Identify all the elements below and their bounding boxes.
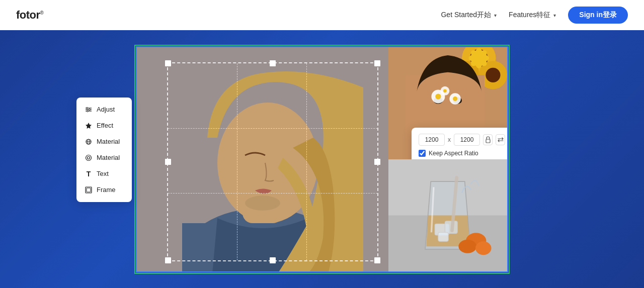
height-input[interactable] <box>454 134 480 146</box>
features-nav[interactable]: Features特征 ▾ <box>509 11 556 20</box>
toolbar-item-material2[interactable]: Material <box>76 150 132 166</box>
toolbar-item-text[interactable]: T Text <box>76 166 132 182</box>
crop-handle-bottom[interactable] <box>270 257 276 263</box>
svg-rect-41 <box>486 139 490 143</box>
crop-overlay <box>167 62 378 261</box>
aspect-ratio-row: Keep Aspect Ratio <box>419 150 505 157</box>
dimension-popup: x <box>412 128 507 159</box>
right-bottom-image[interactable] <box>388 159 507 271</box>
left-image[interactable] <box>137 47 388 271</box>
crop-handle-top-right[interactable] <box>374 60 380 66</box>
svg-point-11 <box>88 156 90 159</box>
effect-label: Effect <box>97 122 113 129</box>
width-input[interactable] <box>419 134 445 146</box>
material2-label: Material <box>97 154 120 161</box>
toolbar-item-material1[interactable]: Material <box>76 134 132 150</box>
signin-button[interactable]: Sign in登录 <box>568 7 628 24</box>
text-icon: T <box>85 170 93 178</box>
svg-rect-13 <box>87 188 91 192</box>
crop-handle-top[interactable] <box>270 60 276 66</box>
left-toolbar: Adjust Effect Material <box>76 98 132 202</box>
svg-rect-46 <box>438 232 448 241</box>
crop-handle-left[interactable] <box>165 159 171 165</box>
svg-point-38 <box>453 97 457 101</box>
svg-point-36 <box>435 93 441 99</box>
crop-handle-bottom-right[interactable] <box>374 257 380 263</box>
left-image-inner <box>137 47 388 271</box>
svg-point-48 <box>458 239 476 253</box>
svg-marker-6 <box>86 123 92 129</box>
svg-point-4 <box>89 109 91 110</box>
dimension-separator: x <box>448 136 451 143</box>
crop-handle-top-left[interactable] <box>165 60 171 66</box>
chevron-down-icon: ▾ <box>553 13 556 18</box>
chevron-down-icon: ▾ <box>494 13 497 18</box>
effect-icon <box>85 122 93 130</box>
frame-icon <box>85 186 93 194</box>
get-started-nav[interactable]: Get Started开始 ▾ <box>441 11 497 20</box>
crop-handle-right[interactable] <box>374 159 380 165</box>
header: fotor® Get Started开始 ▾ Features特征 ▾ Sign… <box>0 0 644 30</box>
material1-icon <box>85 138 93 146</box>
aspect-ratio-label: Keep Aspect Ratio <box>429 150 478 157</box>
svg-point-40 <box>443 89 447 92</box>
text-label: Text <box>97 170 109 177</box>
frame-label: Frame <box>97 186 116 194</box>
toolbar-item-effect[interactable]: Effect <box>76 118 132 134</box>
adjust-icon <box>85 106 93 114</box>
collage: x <box>137 47 507 271</box>
swap-icon[interactable] <box>496 134 505 145</box>
right-column: x <box>388 47 507 271</box>
toolbar-item-frame[interactable]: Frame <box>76 182 132 198</box>
dimension-row: x <box>419 134 505 146</box>
svg-point-3 <box>87 107 88 109</box>
right-top-image[interactable]: x <box>388 47 507 159</box>
svg-point-5 <box>87 110 89 112</box>
svg-point-49 <box>475 241 491 255</box>
svg-point-10 <box>86 155 92 160</box>
crop-handle-bottom-left[interactable] <box>165 257 171 263</box>
toolbar-item-adjust[interactable]: Adjust <box>76 102 132 118</box>
lock-icon[interactable] <box>483 134 493 145</box>
material2-icon <box>85 154 93 162</box>
aspect-ratio-checkbox[interactable] <box>419 150 426 157</box>
adjust-label: Adjust <box>97 106 115 113</box>
canvas-area: Adjust Effect Material <box>0 30 644 288</box>
header-nav: Get Started开始 ▾ Features特征 ▾ Sign in登录 <box>441 7 628 24</box>
editor-frame: Adjust Effect Material <box>136 46 508 272</box>
material1-label: Material <box>97 138 120 145</box>
logo: fotor® <box>16 9 43 22</box>
svg-point-24 <box>486 67 500 82</box>
